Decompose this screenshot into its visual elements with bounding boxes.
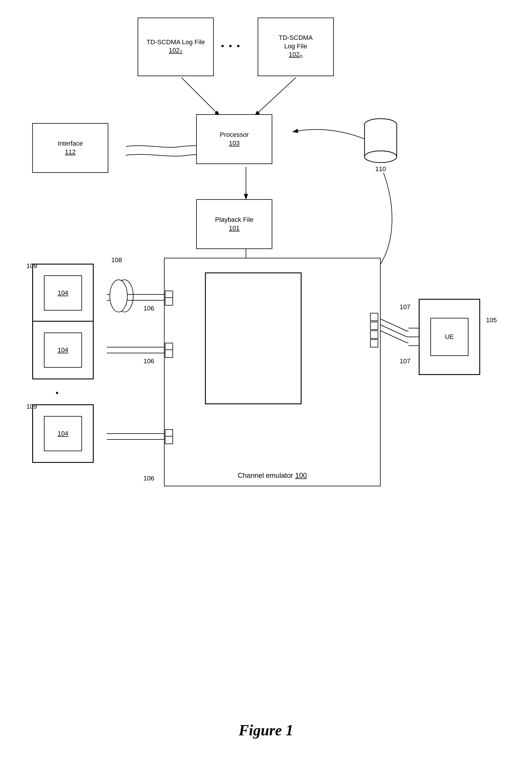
port-right-1 [370, 313, 378, 321]
tdscdma2-id: 102n [289, 50, 303, 60]
label-109b: 109 [26, 403, 37, 411]
ellipsis-top: • • • [221, 41, 241, 51]
bs1-inner: 104 [44, 275, 82, 310]
interface-id: 112 [65, 148, 76, 156]
tdscdma1-box: TD-SCDMA Log File 1021 [138, 18, 214, 76]
interface-label: Interface [58, 139, 83, 148]
ue-label: UE [445, 333, 454, 341]
label-107a: 107 [400, 303, 410, 311]
port-left-3b [165, 436, 173, 444]
label-106c: 106 [143, 475, 154, 482]
processor-box: Processor 103 [196, 114, 272, 164]
database-shape: 110 [363, 117, 398, 164]
svg-line-2 [182, 78, 220, 116]
port-right-2 [370, 322, 378, 330]
svg-point-47 [110, 280, 127, 312]
bs2-label: 104 [58, 346, 69, 354]
tdscdma1-label: TD-SCDMA Log File [146, 38, 205, 47]
channel-emulator-label: Channel emulator 100 [238, 471, 307, 480]
port-right-3 [370, 330, 378, 339]
playback-label: Playback File [215, 216, 254, 224]
svg-point-56 [365, 151, 397, 163]
port-left-2b [165, 349, 173, 358]
label-108: 108 [111, 256, 122, 264]
interface-box: Interface 112 [32, 123, 108, 173]
label-105: 105 [486, 316, 497, 324]
label-106b: 106 [143, 357, 154, 365]
label-107b: 107 [400, 357, 410, 365]
playback-box: Playback File 101 [196, 199, 272, 249]
bs3-outer: 104 [32, 404, 94, 463]
inner-matrix-box [205, 272, 302, 404]
bs3-label: 104 [58, 430, 69, 438]
tdscdma1-id: 1021 [169, 46, 183, 56]
processor-id: 103 [229, 139, 240, 148]
port-right-4 [370, 339, 378, 347]
ue-inner: UE [430, 318, 468, 356]
port-left-1b [165, 297, 173, 305]
label-106a: 106 [143, 305, 154, 312]
bs2-inner: 104 [44, 332, 82, 368]
diagram-container: TD-SCDMA Log File 1021 TD-SCDMALog File … [0, 0, 532, 774]
figure-caption: Figure 1 [239, 722, 293, 739]
ue-outer: UE [419, 299, 480, 375]
tdscdma2-box: TD-SCDMALog File 102n [258, 18, 334, 76]
database-id: 110 [375, 165, 386, 173]
svg-line-3 [255, 78, 296, 116]
playback-id: 101 [229, 224, 240, 233]
bs1-label: 104 [58, 289, 69, 297]
tdscdma2-label: TD-SCDMALog File [279, 34, 313, 50]
processor-label: Processor [220, 131, 249, 139]
bs2-outer: 104 [32, 321, 94, 379]
bs3-inner: 104 [44, 416, 82, 451]
label-109a: 109 [26, 262, 37, 270]
bs1-outer: 104 [32, 264, 94, 322]
database-svg [363, 117, 398, 164]
